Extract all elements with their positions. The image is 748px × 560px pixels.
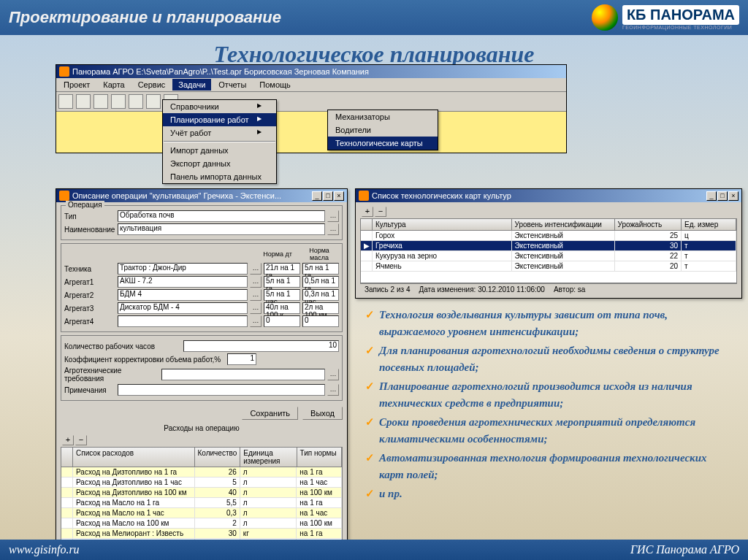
menu-item[interactable]: Экспорт данных (163, 157, 276, 170)
remove-card-button[interactable]: − (375, 207, 386, 217)
col-unit[interactable]: Ед. измер (682, 219, 736, 230)
col-yield[interactable]: Урожайность (615, 219, 682, 230)
col-unit[interactable]: Единица измерения (240, 448, 297, 467)
table-row[interactable]: Кукуруза на зерноЭкстенсивный22т (361, 251, 736, 261)
hours-input[interactable]: 10 (183, 340, 339, 352)
ag4-input[interactable] (118, 315, 248, 327)
menu-item[interactable]: Планирование работ (163, 113, 276, 126)
minimize-icon[interactable]: _ (312, 191, 322, 201)
menu-item[interactable]: Панель импорта данных (163, 170, 276, 183)
ag3-input[interactable]: Дискатор БДМ - 4 (118, 302, 248, 314)
menu-item[interactable]: Технологические карты (328, 137, 438, 150)
browse-button[interactable]: … (327, 369, 339, 380)
footer-product: ГИС Панорама АГРО (630, 543, 739, 556)
close-icon[interactable]: × (334, 191, 344, 201)
browse-button[interactable]: … (327, 384, 339, 396)
browse-button[interactable]: … (327, 223, 339, 235)
menu-Проект[interactable]: Проект (58, 79, 96, 91)
toolbar-btn[interactable] (111, 94, 126, 109)
toolbar-btn[interactable] (58, 94, 73, 109)
menu-Карта[interactable]: Карта (97, 79, 130, 91)
table-row[interactable]: ГорохЭкстенсивный25ц (361, 231, 736, 241)
exit-button[interactable]: Выход (302, 407, 343, 420)
browse-button[interactable]: … (250, 315, 262, 327)
table-row[interactable]: Расход на Мелиорант : Известь30кгна 1 га (61, 529, 342, 539)
app-titlebar[interactable]: Панорама АГРО E:\Sveta\PanAgro\P..\Test.… (56, 65, 566, 78)
ag4-label: Агрегат4 (64, 318, 115, 326)
table-row[interactable]: Расход на Дизтопливо на 1 час5лна 1 час (61, 477, 342, 488)
col-level[interactable]: Уровень интенсификации (512, 219, 615, 230)
app-menubar[interactable]: ПроектКартаСервисЗадачиОтчетыПомощь (56, 78, 566, 92)
browse-button[interactable]: … (250, 263, 262, 275)
menu-item[interactable]: Справочники (163, 100, 276, 113)
toolbar-btn[interactable] (76, 94, 91, 109)
add-card-button[interactable]: + (362, 207, 373, 217)
col-qty[interactable]: Количество (195, 448, 241, 467)
menu-item[interactable]: Импорт данных (163, 144, 276, 157)
ag1-input[interactable]: АКШ - 7.2 (118, 276, 248, 288)
check-icon: ✓ (365, 378, 375, 411)
browse-button[interactable]: … (250, 289, 262, 301)
techcards-titlebar[interactable]: Список технологических карт культур _ □ … (356, 189, 741, 202)
ag1-oil[interactable]: 0,5л на 1 га (302, 276, 339, 288)
ag3-dt[interactable]: 40л на 100 к (264, 302, 300, 314)
table-row[interactable]: Расход на Дизтопливо на 100 км40лна 100 … (61, 488, 342, 498)
col-norm[interactable]: Тип нормы (297, 448, 343, 467)
expenses-grid[interactable]: Расход на Дизтопливо на 1 га26лна 1 гаРа… (61, 467, 343, 550)
table-row[interactable]: Расход на Масло на 1 час0,3лна 1 час (61, 508, 342, 518)
table-row[interactable]: Расход на Дизтопливо на 1 га26лна 1 га (61, 467, 342, 477)
expenses-header: Расходы на операцию (61, 423, 343, 434)
ag3-oil[interactable]: 2л на 100 км (302, 302, 339, 314)
menu-Сервис[interactable]: Сервис (132, 79, 172, 91)
ag1-dt[interactable]: 5л на 1 га (264, 276, 300, 288)
menu-item[interactable]: Учёт работ (163, 126, 276, 139)
tech-dt[interactable]: 21л на 1 га (264, 263, 300, 275)
ag2-dt[interactable]: 5л на 1 час (264, 289, 300, 301)
toolbar-btn[interactable] (94, 94, 108, 109)
menu-Отчеты[interactable]: Отчеты (213, 79, 252, 91)
tech-oil[interactable]: 5л на 1 га (302, 263, 339, 275)
maximize-icon[interactable]: □ (717, 191, 728, 201)
ag2-oil[interactable]: 0,3л на 1 час (302, 289, 339, 301)
ag2-label: Агрегат2 (64, 291, 115, 299)
maximize-icon[interactable]: □ (323, 191, 333, 201)
expenses-grid-header[interactable]: Список расходов Количество Единица измер… (61, 447, 343, 467)
minimize-icon[interactable]: _ (706, 191, 717, 201)
planning-submenu[interactable]: МеханизаторыВодителиТехнологические карт… (327, 110, 438, 150)
col-list[interactable]: Список расходов (73, 448, 195, 467)
techcards-grid-header[interactable]: Культура Уровень интенсификации Урожайно… (360, 218, 737, 231)
close-icon[interactable]: × (728, 191, 739, 201)
save-button[interactable]: Сохранить (242, 407, 298, 420)
menu-Помощь[interactable]: Помощь (253, 79, 297, 91)
bullet-item: ✓Технология возделывания культуры зависи… (365, 307, 730, 340)
note-label: Примечания (64, 386, 115, 394)
menu-item[interactable]: Водители (328, 123, 438, 137)
tasks-dropdown[interactable]: СправочникиПланирование работУчёт работИ… (162, 99, 277, 184)
menu-Задачи[interactable]: Задачи (172, 79, 211, 91)
menu-item[interactable]: Механизаторы (328, 110, 438, 123)
tip-input[interactable]: Обработка почв (118, 210, 325, 222)
toolbar-btn[interactable] (129, 94, 143, 109)
table-row[interactable]: ЯчменьЭкстенсивный20т (361, 261, 736, 272)
note-input[interactable] (118, 384, 325, 396)
name-input[interactable]: культивация (118, 223, 325, 235)
ag4-dt[interactable]: 0 (264, 315, 300, 327)
techcards-grid[interactable]: ГорохЭкстенсивный25ц▶ГречихаЭкстенсивный… (360, 231, 737, 283)
coef-input[interactable]: 1 (227, 353, 256, 365)
table-row[interactable]: ▶ГречихаЭкстенсивный30т (361, 241, 736, 251)
agro-input[interactable] (161, 369, 325, 380)
browse-button[interactable]: … (250, 276, 262, 288)
remove-row-button[interactable]: − (75, 435, 87, 445)
add-row-button[interactable]: + (62, 435, 74, 445)
tech-input[interactable]: Трактор : Джон-Дир (118, 263, 248, 275)
ag4-oil[interactable]: 0 (302, 315, 339, 327)
table-row[interactable]: Расход на Масло на 100 км2лна 100 км (61, 518, 342, 529)
table-row[interactable]: Расход на Масло на 1 га5,5лна 1 га (61, 498, 342, 508)
toolbar-btn[interactable] (146, 94, 161, 109)
app-toolbar[interactable] (56, 92, 566, 112)
col-culture[interactable]: Культура (373, 219, 512, 230)
ag2-input[interactable]: БДМ 4 (118, 289, 248, 301)
browse-button[interactable]: … (327, 210, 339, 222)
browse-button[interactable]: … (250, 302, 262, 314)
map-canvas[interactable] (56, 112, 566, 153)
